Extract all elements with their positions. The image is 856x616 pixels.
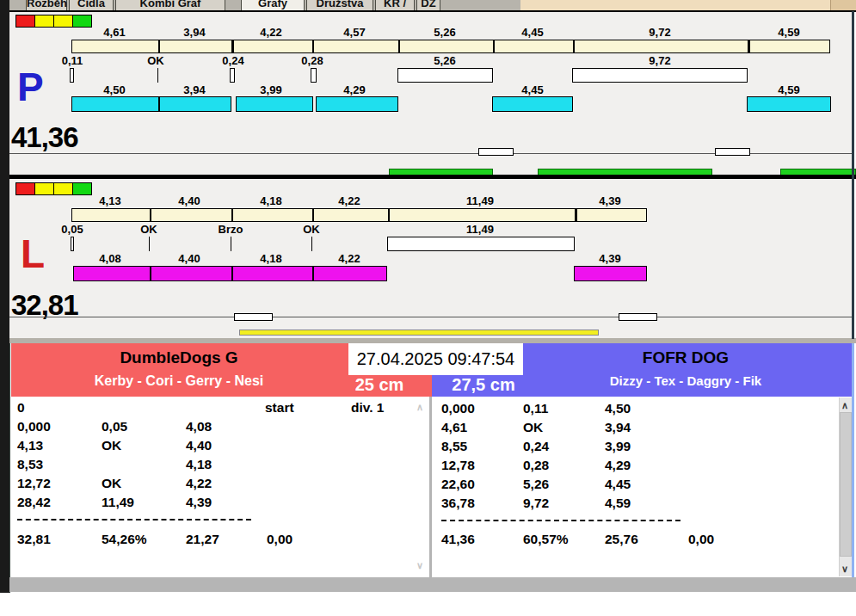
left-info-cell: 0 — [17, 400, 25, 416]
traffic-light-yellow1 — [34, 15, 54, 28]
table-cell: 4,61 — [441, 420, 467, 435]
table-cell: 4,59 — [605, 496, 631, 511]
l-clean-label: 4,22 — [338, 252, 360, 265]
status-bar — [9, 577, 856, 592]
l-mark-label: Brzo — [219, 223, 243, 236]
l-footer-mark — [619, 313, 657, 321]
table-cell: 4,18 — [186, 457, 212, 472]
right-summary-cell: 25,76 — [605, 532, 638, 547]
team-right-dogs: Dizzy - Tex - Daggry - Fik — [610, 373, 761, 388]
l-rerun-bar — [387, 237, 575, 251]
scrollbar-thumb[interactable] — [840, 412, 852, 557]
team-right-table[interactable] — [432, 397, 852, 577]
tab-rozbeh[interactable]: Rozběh — [26, 0, 67, 10]
p-clean-bar — [71, 96, 231, 112]
table-cell: 22,60 — [441, 477, 475, 492]
traffic-light-green — [72, 182, 92, 195]
tab-druzstva[interactable]: Družstva — [306, 0, 373, 10]
segment-divider — [231, 208, 233, 222]
tab-label: Družstva — [317, 0, 364, 9]
segment-divider — [398, 40, 400, 53]
window-right-border-bottom — [852, 343, 854, 577]
p-penalty-mark — [70, 68, 74, 83]
titlebar-button[interactable] — [830, 0, 856, 10]
p-mark-label: 5,26 — [434, 54, 455, 67]
right-summary-cell: 60,57% — [523, 532, 569, 547]
p-split-label: 3,94 — [183, 26, 205, 39]
segment-divider — [158, 96, 160, 112]
tab-label: KR / ST — [384, 0, 406, 10]
segment-divider — [493, 40, 495, 53]
p-split-label: 4,57 — [343, 26, 365, 39]
table-cell: 12,72 — [17, 476, 51, 491]
table-cell: 4,22 — [186, 476, 212, 491]
tab-kombi-graf[interactable]: Kombi Graf — [115, 0, 225, 10]
left-summary-cell: 0,00 — [267, 532, 293, 547]
window-right-border-top — [852, 11, 854, 339]
l-panel-bottom-line — [9, 317, 853, 317]
panel-top-border — [9, 10, 856, 12]
tab-cidla[interactable]: Čidla — [69, 0, 114, 10]
l-penalty-mark — [71, 237, 74, 251]
team-right-name: FOFR DOG — [643, 348, 729, 367]
segment-divider — [573, 40, 575, 53]
left-summary-cell: 21,27 — [186, 532, 219, 547]
segment-divider — [231, 266, 233, 281]
table-cell: 0,28 — [523, 458, 549, 473]
p-rerun-bar — [397, 68, 493, 83]
l-ok-tick — [311, 237, 312, 251]
scroll-up-icon[interactable]: ∧ — [416, 403, 423, 412]
tab-label: Rozběh — [27, 0, 67, 9]
p-ok-tick — [157, 68, 158, 83]
scroll-down-icon[interactable]: ∨ — [841, 564, 848, 574]
l-mark-label: 11,49 — [466, 223, 494, 236]
lane-l-letter: L — [21, 234, 45, 274]
p-mark-label: 0,11 — [62, 54, 83, 67]
team-left-table[interactable] — [11, 397, 429, 577]
tab-label: Čidla — [77, 0, 105, 9]
left-summary-separator — [17, 519, 251, 521]
scroll-down-icon[interactable]: ∨ — [416, 561, 423, 570]
tab-kr-st[interactable]: KR / ST — [375, 0, 415, 10]
l-mark-label: OK — [140, 223, 157, 236]
table-cell: 0,11 — [523, 401, 548, 416]
table-cell: 4,08 — [186, 419, 212, 434]
l-clean-label: 4,40 — [178, 252, 200, 265]
l-clean-bar — [574, 266, 647, 281]
p-total-split-bar — [71, 40, 830, 53]
titlebar-strip — [520, 0, 856, 10]
l-split-label: 4,39 — [599, 194, 620, 207]
p-penalty-mark — [311, 68, 317, 83]
tab-dz[interactable]: DZ — [416, 0, 440, 10]
table-cell: 0,000 — [17, 419, 51, 434]
segment-divider — [575, 208, 577, 222]
table-cell: 4,39 — [186, 495, 212, 510]
p-split-label: 9,72 — [649, 26, 670, 39]
team-left-dogs: Kerby - Cori - Gerry - Nesi — [95, 373, 264, 389]
right-table-scrollbar[interactable]: ∧ ∨ — [839, 397, 852, 576]
p-clean-label: 4,29 — [343, 83, 365, 96]
l-mark-label: 0,05 — [61, 223, 83, 236]
lane-p-letter: P — [17, 67, 44, 107]
datetime-display: 27.04.2025 09:47:54 — [348, 343, 523, 375]
l-ok-tick — [149, 237, 150, 251]
table-cell: 11,49 — [102, 495, 134, 510]
tab-label: DZ — [421, 0, 435, 9]
table-cell: 4,50 — [605, 401, 631, 416]
l-brzo-tick — [231, 237, 231, 251]
table-cell: 8,55 — [441, 439, 467, 454]
scroll-up-icon[interactable]: ∧ — [841, 401, 848, 410]
table-cell: 0,000 — [441, 401, 475, 416]
p-split-label: 4,22 — [260, 26, 281, 39]
l-clean-bar — [73, 266, 387, 281]
table-cell: 9,72 — [523, 496, 549, 511]
p-footer-mark — [715, 148, 750, 156]
left-info-cell: start — [265, 400, 294, 416]
l-split-label: 4,22 — [338, 194, 360, 207]
l-total-time: 32,81 — [11, 291, 78, 319]
p-clean-bar — [316, 96, 398, 112]
tab-grafy[interactable]: Grafy — [241, 0, 305, 10]
segment-divider — [231, 40, 234, 53]
tab-label: Kombi Graf — [140, 0, 201, 9]
table-cell: OK — [102, 476, 121, 491]
